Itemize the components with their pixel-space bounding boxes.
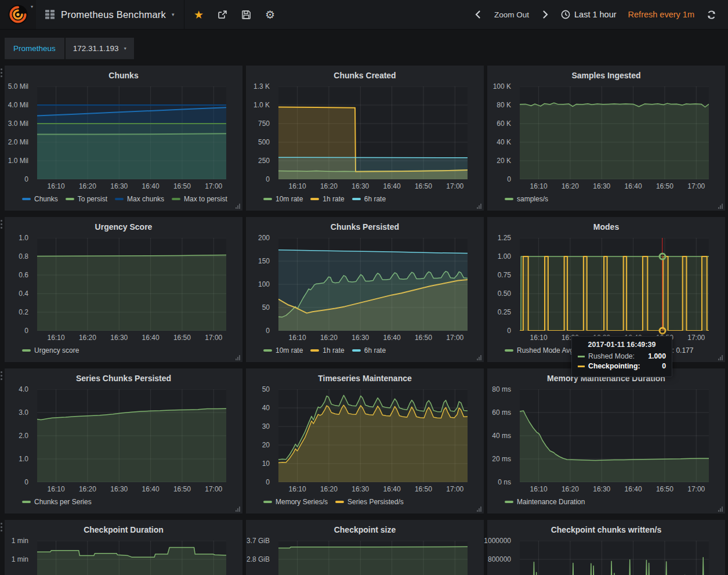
legend-item[interactable]: samples/s [505, 195, 548, 203]
panel-title[interactable]: Chunks [5, 68, 242, 82]
legend-series-swatch [263, 501, 272, 503]
x-axis-tick: 16:50 [173, 334, 191, 342]
x-axis-tick: 17:00 [687, 334, 705, 342]
side-menu-toggle-button[interactable]: ▾ [0, 0, 36, 29]
row-drag-handle[interactable] [1, 68, 2, 77]
row-drag-handle[interactable] [1, 523, 2, 531]
graph-legend: ChunksTo persistMax chunksMax to persist [22, 193, 239, 205]
panel-resize-handle[interactable] [718, 355, 723, 360]
x-axis-tick: 17:00 [446, 334, 463, 342]
panel-resize-handle[interactable] [477, 204, 481, 209]
legend-series-swatch [22, 198, 31, 200]
panel-resize-handle[interactable] [236, 507, 240, 512]
y-axis-tick: 0.75 [498, 271, 511, 279]
panel-resize-handle[interactable] [718, 204, 723, 209]
y-axis-labels: 5.0 Mil4.0 Mil3.0 Mil2.0 Mil1.0 Mil0 [5, 86, 32, 179]
legend-item[interactable]: 10m rate [263, 195, 303, 203]
y-axis-tick: 100 K [493, 82, 511, 91]
y-axis-tick: 0.4 [19, 290, 28, 298]
panel-title[interactable]: Chunks Created [246, 68, 484, 82]
legend-item[interactable]: Memory Series/s [263, 498, 328, 506]
refresh-button[interactable] [701, 5, 721, 24]
panel-series-chunks-persisted: Series Chunks Persisted4.03.02.01.0016:1… [5, 368, 242, 513]
graph-plot[interactable]: 1000000800000 [520, 541, 709, 575]
settings-button[interactable]: ⚙ [260, 5, 280, 24]
time-range-picker-button[interactable]: Last 1 hour [556, 6, 621, 23]
tooltip-series-swatch [578, 356, 585, 357]
panel-title[interactable]: Checkpoint chunks written/s [487, 523, 725, 537]
tooltip-series-swatch [578, 366, 585, 367]
graph-plot[interactable]: 80 ms60 ms40 ms20 ms0 ns [520, 389, 709, 482]
star-button[interactable]: ★ [189, 5, 209, 24]
graph-plot[interactable]: 100 K80 K60 K40 K20 K0 [520, 86, 709, 179]
graph-legend: Chunks per Series [22, 496, 239, 508]
save-button[interactable] [237, 5, 256, 24]
zoom-out-button[interactable]: Zoom Out [489, 7, 534, 23]
graph-plot[interactable]: 4.03.02.01.00 [37, 389, 226, 482]
y-axis-tick: 5.0 Mil [8, 82, 28, 91]
legend-item[interactable]: To persist [66, 195, 107, 203]
y-axis-tick: 2.0 [19, 432, 28, 440]
row-drag-handle[interactable] [1, 371, 2, 380]
x-axis-tick: 16:40 [383, 485, 401, 493]
graph-legend: Memory Series/sSeries Persisted/s [263, 496, 480, 508]
legend-item[interactable]: Chunks [22, 195, 58, 203]
legend-item[interactable]: Max chunks [115, 195, 164, 203]
panel-resize-handle[interactable] [477, 507, 481, 512]
y-axis-tick: 1000000 [484, 537, 511, 545]
legend-item[interactable]: Urgency score [22, 346, 79, 355]
legend-series-label: Chunks [34, 195, 58, 203]
graph-plot[interactable]: 1.3 K1.0 K7505002500 [278, 86, 468, 179]
graph-plot[interactable]: 5.0 Mil4.0 Mil3.0 Mil2.0 Mil1.0 Mil0 [37, 86, 226, 179]
panel-title[interactable]: Checkpoint Duration [5, 523, 242, 537]
shift-time-back-button[interactable] [468, 5, 488, 24]
dashboard-title: Prometheus Benchmark [61, 9, 166, 20]
legend-item[interactable]: Series Persisted/s [335, 498, 404, 506]
graph-plot[interactable]: 200150100500 [278, 238, 468, 331]
share-button[interactable] [213, 5, 233, 24]
panel-checkpoint-chunks-written-s: Checkpoint chunks written/s1000000800000 [487, 520, 725, 575]
panel-resize-handle[interactable] [477, 355, 481, 360]
graph-plot[interactable]: 1.251.000.750.500.250 [520, 238, 709, 331]
legend-item[interactable]: Maintenance Duration [505, 498, 585, 506]
legend-series-swatch [263, 349, 272, 352]
graph-plot[interactable]: 50403020100 [278, 389, 468, 482]
row-drag-handle[interactable] [1, 220, 2, 229]
legend-series-swatch [263, 198, 272, 200]
panel-title[interactable]: Series Chunks Persisted [5, 371, 242, 385]
graph-plot[interactable]: 1 min1 min [37, 541, 226, 575]
variable-value-dropdown[interactable]: 172.31.1.193 ▾ [66, 38, 134, 59]
graph-plot[interactable]: 1.00.80.60.40.20 [37, 238, 226, 331]
y-axis-tick: 1.00 [498, 252, 511, 261]
dashboard-title-button[interactable]: Prometheus Benchmark ▾ [36, 0, 184, 29]
y-axis-tick: 1.0 [19, 234, 28, 242]
legend-item[interactable]: 1h rate [310, 346, 344, 355]
panel-title[interactable]: Urgency Score [5, 220, 242, 234]
panel-resize-handle[interactable] [718, 507, 723, 512]
panel-title[interactable]: Modes [487, 220, 725, 234]
x-axis-tick: 16:30 [593, 182, 610, 190]
legend-series-swatch [310, 349, 319, 352]
hover-point-marker [658, 327, 666, 335]
legend-item[interactable]: 6h rate [352, 346, 386, 355]
panel-title[interactable]: Timeseries Maintenance [246, 371, 484, 385]
panel-title[interactable]: Chunks Persisted [246, 220, 484, 234]
graph-plot[interactable]: 3.7 GiB2.8 GiB [278, 541, 468, 575]
panel-title[interactable]: Samples Ingested [487, 68, 725, 82]
shift-time-forward-button[interactable] [535, 5, 555, 24]
panel-resize-handle[interactable] [236, 204, 240, 209]
panel-resize-handle[interactable] [236, 355, 240, 360]
legend-item[interactable]: 1h rate [310, 195, 344, 203]
legend-item[interactable]: 10m rate [263, 346, 303, 355]
panel-modes: Modes1.251.000.750.500.25016:1016:2016:3… [487, 217, 725, 362]
legend-item[interactable]: Max to persist [172, 195, 227, 203]
x-axis-tick: 16:20 [79, 485, 96, 493]
panel-title[interactable]: Checkpoint size [246, 523, 484, 537]
x-axis-tick: 17:00 [205, 485, 222, 493]
y-axis-tick: 0.25 [498, 308, 511, 316]
legend-item[interactable]: Chunks per Series [22, 498, 92, 506]
variable-label: Prometheus [5, 38, 64, 59]
y-axis-tick: 80 ms [492, 385, 511, 393]
legend-item[interactable]: 6h rate [352, 195, 386, 203]
refresh-interval-button[interactable]: Refresh every 1m [622, 6, 700, 23]
